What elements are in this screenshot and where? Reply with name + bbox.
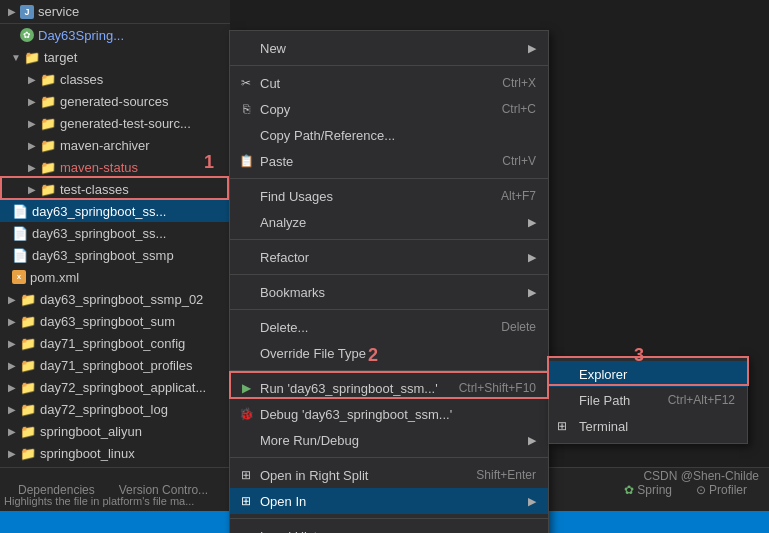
target-label: target: [44, 50, 77, 65]
local-history-label: Local History: [260, 529, 335, 534]
menu-run[interactable]: ▶ Run 'day63_springboot_ssm...' Ctrl+Shi…: [230, 375, 548, 401]
watermark-text: CSDN @Shen-Childe: [643, 469, 759, 483]
cut-icon: ✂: [238, 76, 254, 90]
day63-ssmp-item[interactable]: 📄 day63_springboot_ssmp: [0, 244, 230, 266]
submenu-explorer[interactable]: Explorer: [549, 361, 747, 387]
log-arrow: ▶: [4, 404, 20, 415]
sep8: [230, 518, 548, 519]
open-right-icon: ⊞: [238, 468, 254, 482]
test-classes-item[interactable]: ▶ 📁 test-classes: [0, 178, 230, 200]
day63-ssm2-icon: 📄: [12, 226, 28, 241]
submenu-terminal[interactable]: ⊞ Terminal: [549, 413, 747, 439]
menu-copy-path[interactable]: Copy Path/Reference...: [230, 122, 548, 148]
menu-more-run[interactable]: More Run/Debug ▶: [230, 427, 548, 453]
aliyun-icon: 📁: [20, 424, 36, 439]
sep3: [230, 239, 548, 240]
day63-ssm2-item[interactable]: 📄 day63_springboot_ss...: [0, 222, 230, 244]
maven-status-icon: 📁: [40, 160, 56, 175]
maven-status-item[interactable]: ▶ 📁 maven-status: [0, 156, 230, 178]
menu-cut[interactable]: ✂ Cut Ctrl+X: [230, 70, 548, 96]
terminal-label: Terminal: [579, 419, 628, 434]
submenu-file-path[interactable]: File Path Ctrl+Alt+F12: [549, 387, 747, 413]
menu-paste[interactable]: 📋 Paste Ctrl+V: [230, 148, 548, 174]
sep7: [230, 457, 548, 458]
menu-analyze[interactable]: Analyze ▶: [230, 209, 548, 235]
gen-src-icon: 📁: [40, 94, 56, 109]
day63-ssmp-label: day63_springboot_ssmp: [32, 248, 174, 263]
open-in-label: Open In: [260, 494, 306, 509]
classes-item[interactable]: ▶ 📁 classes: [0, 68, 230, 90]
pom-item[interactable]: x pom.xml: [0, 266, 230, 288]
service-arrow: ▶: [4, 6, 20, 17]
hint-text-content: Highlights the file in platform's file m…: [4, 495, 194, 507]
menu-open-in[interactable]: ⊞ Open In ▶: [230, 488, 548, 514]
ssmp02-icon: 📁: [20, 292, 36, 307]
maven-status-label: maven-status: [60, 160, 138, 175]
menu-override[interactable]: Override File Type: [230, 340, 548, 366]
day63-sum-item[interactable]: ▶ 📁 day63_springboot_sum: [0, 310, 230, 332]
maven-arch-arrow: ▶: [24, 140, 40, 151]
open-right-label: Open in Right Split: [260, 468, 368, 483]
sep5: [230, 309, 548, 310]
generated-test-item[interactable]: ▶ 📁 generated-test-sourc...: [0, 112, 230, 134]
menu-refactor[interactable]: Refactor ▶: [230, 244, 548, 270]
run-icon: ▶: [238, 381, 254, 395]
open-in-icon: ⊞: [238, 494, 254, 508]
service-label: service: [38, 4, 79, 19]
springboot-aliyun-item[interactable]: ▶ 📁 springboot_aliyun: [0, 420, 230, 442]
profiler-icon-badge: ⊙: [696, 483, 706, 497]
day63spring-item[interactable]: ✿ Day63Spring...: [0, 24, 230, 46]
delete-label: Delete...: [260, 320, 308, 335]
maven-archiver-label: maven-archiver: [60, 138, 150, 153]
day63-ssm-label: day63_springboot_ss...: [32, 204, 166, 219]
paste-label: Paste: [260, 154, 293, 169]
day63-ssm-file-icon: 📄: [12, 204, 28, 219]
file-path-label: File Path: [579, 393, 630, 408]
paste-icon: 📋: [238, 154, 254, 168]
day63-ssmp02-label: day63_springboot_ssmp_02: [40, 292, 203, 307]
explorer-label: Explorer: [579, 367, 627, 382]
menu-open-right[interactable]: ⊞ Open in Right Split Shift+Enter: [230, 462, 548, 488]
menu-find-usages[interactable]: Find Usages Alt+F7: [230, 183, 548, 209]
menu-bookmarks[interactable]: Bookmarks ▶: [230, 279, 548, 305]
file-tree[interactable]: ▶ J service ✿ Day63Spring... ▼ 📁 target …: [0, 0, 230, 490]
maven-archiver-item[interactable]: ▶ 📁 maven-archiver: [0, 134, 230, 156]
bookmarks-label: Bookmarks: [260, 285, 325, 300]
menu-debug[interactable]: 🐞 Debug 'day63_springboot_ssm...': [230, 401, 548, 427]
day63-ssm-item[interactable]: 📄 day63_springboot_ss...: [0, 200, 230, 222]
classes-folder-icon: 📁: [40, 72, 56, 87]
generated-sources-label: generated-sources: [60, 94, 168, 109]
spring-icon-badge: ✿: [624, 483, 634, 497]
day63-ssm2-label: day63_springboot_ss...: [32, 226, 166, 241]
generated-sources-item[interactable]: ▶ 📁 generated-sources: [0, 90, 230, 112]
find-usages-label: Find Usages: [260, 189, 333, 204]
menu-delete[interactable]: Delete... Delete: [230, 314, 548, 340]
cut-shortcut: Ctrl+X: [502, 76, 536, 90]
debug-icon: 🐞: [238, 407, 254, 421]
open-right-shortcut: Shift+Enter: [476, 468, 536, 482]
cut-label: Cut: [260, 76, 280, 91]
more-run-label: More Run/Debug: [260, 433, 359, 448]
day71-config-item[interactable]: ▶ 📁 day71_springboot_config: [0, 332, 230, 354]
maven-status-arrow: ▶: [24, 162, 40, 173]
spring-label: Spring: [637, 483, 672, 497]
gen-test-arrow: ▶: [24, 118, 40, 129]
context-menu: New ▶ ✂ Cut Ctrl+X ⎘ Copy Ctrl+C Copy Pa…: [229, 30, 549, 533]
springboot-linux-item[interactable]: ▶ 📁 springboot_linux: [0, 442, 230, 464]
test-classes-icon: 📁: [40, 182, 56, 197]
sep4: [230, 274, 548, 275]
day72-applic-item[interactable]: ▶ 📁 day72_springboot_applicat...: [0, 376, 230, 398]
day72-log-item[interactable]: ▶ 📁 day72_springboot_log: [0, 398, 230, 420]
profiles-arrow: ▶: [4, 360, 20, 371]
day63-ssmp02-item[interactable]: ▶ 📁 day63_springboot_ssmp_02: [0, 288, 230, 310]
maven-arch-icon: 📁: [40, 138, 56, 153]
target-item[interactable]: ▼ 📁 target: [0, 46, 230, 68]
day72-applic-label: day72_springboot_applicat...: [40, 380, 206, 395]
target-folder-icon: 📁: [24, 50, 40, 65]
day71-profiles-item[interactable]: ▶ 📁 day71_springboot_profiles: [0, 354, 230, 376]
menu-copy[interactable]: ⎘ Copy Ctrl+C: [230, 96, 548, 122]
copy-shortcut: Ctrl+C: [502, 102, 536, 116]
menu-new[interactable]: New ▶: [230, 35, 548, 61]
day63-sum-label: day63_springboot_sum: [40, 314, 175, 329]
menu-local-history[interactable]: Local History ▶: [230, 523, 548, 533]
